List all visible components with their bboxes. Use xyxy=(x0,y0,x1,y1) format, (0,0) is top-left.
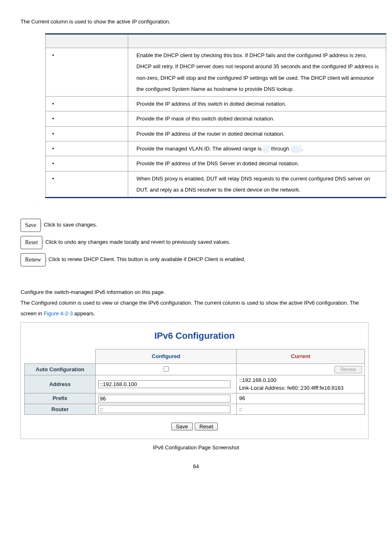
figure-link[interactable]: Figure 4-2-3 xyxy=(44,310,73,317)
prefix-current: 96 xyxy=(237,393,365,404)
desc-cell: Provide the IP address of the DNS Server… xyxy=(128,156,386,171)
range-max xyxy=(291,146,301,153)
renew-desc: : Click to renew DHCP Client. This butto… xyxy=(46,257,245,263)
row-router: Router xyxy=(25,404,96,415)
router-input[interactable] xyxy=(98,405,231,413)
reset-desc: : Click to undo any changes made locally… xyxy=(42,239,230,245)
hdr-configured: Configured xyxy=(96,349,237,364)
row-prefix: Prefix xyxy=(25,393,96,404)
hdr-current: Current xyxy=(237,349,365,364)
ipv6-save-button[interactable]: Save xyxy=(171,423,193,430)
address-current: ::192.168.0.100 Link-Local Address: fe80… xyxy=(237,375,365,393)
desc-cell: Enable the DHCP client by checking this … xyxy=(128,48,386,97)
text: . xyxy=(302,146,303,152)
reset-button[interactable]: Reset xyxy=(21,236,42,249)
sect2-p2: The Configured column is used to view or… xyxy=(21,298,371,319)
desc-cell: Provide the IP address of the router in … xyxy=(128,126,386,141)
desc-cell: Provide the IP address of this switch in… xyxy=(128,97,386,111)
save-button[interactable]: Save xyxy=(21,219,41,232)
auto-config-checkbox[interactable] xyxy=(164,366,169,372)
router-current: :: xyxy=(237,404,365,415)
ipv6-config-panel: IPv6 Configuration Configured Current Au… xyxy=(21,322,369,439)
addr-cur-line1: ::192.168.0.100 xyxy=(239,377,362,384)
row-address: Address xyxy=(25,375,96,393)
ipv6-table: Configured Current Auto Configuration Re… xyxy=(24,349,365,415)
addr-cur-line2: Link-Local Address: fe80::230:4fff:fe16:… xyxy=(239,384,362,392)
text: through xyxy=(270,146,291,152)
row-auto-config: Auto Configuration xyxy=(25,364,96,375)
intro-text: The Current column is used to show the a… xyxy=(21,16,371,27)
table-row xyxy=(46,141,128,156)
table-row xyxy=(46,126,128,141)
table-row xyxy=(46,48,128,97)
renew-btn[interactable]: Renew xyxy=(334,366,362,373)
sect2-p1: Configure the switch-managed IPv6 inform… xyxy=(21,287,371,298)
text: appears. xyxy=(73,310,95,317)
figure-caption: IPv6 Configuration Page Screenshot xyxy=(21,442,371,453)
save-desc: : Click to save changes. xyxy=(41,222,97,228)
table-row xyxy=(46,156,128,171)
desc-cell: When DNS proxy is enabled, DUT will rela… xyxy=(128,171,386,198)
table-row xyxy=(46,171,128,198)
text: Provide the managed VLAN ID. The allowed… xyxy=(136,146,263,152)
th-desc xyxy=(128,34,386,48)
ipv6-reset-button[interactable]: Reset xyxy=(195,423,218,430)
th-object xyxy=(46,34,128,48)
address-input[interactable] xyxy=(98,380,231,388)
table-row xyxy=(46,97,128,111)
desc-cell: Provide the IP mask of this switch dotte… xyxy=(128,111,386,126)
desc-cell: Provide the managed VLAN ID. The allowed… xyxy=(128,141,386,156)
ipv6-title: IPv6 Configuration xyxy=(21,323,368,349)
range-min xyxy=(263,146,270,153)
prefix-input[interactable] xyxy=(98,395,231,402)
table-row xyxy=(46,111,128,126)
page-number: 64 xyxy=(21,461,371,472)
description-table: Enable the DHCP client by checking this … xyxy=(45,33,386,198)
renew-button[interactable]: Renew xyxy=(21,253,46,266)
